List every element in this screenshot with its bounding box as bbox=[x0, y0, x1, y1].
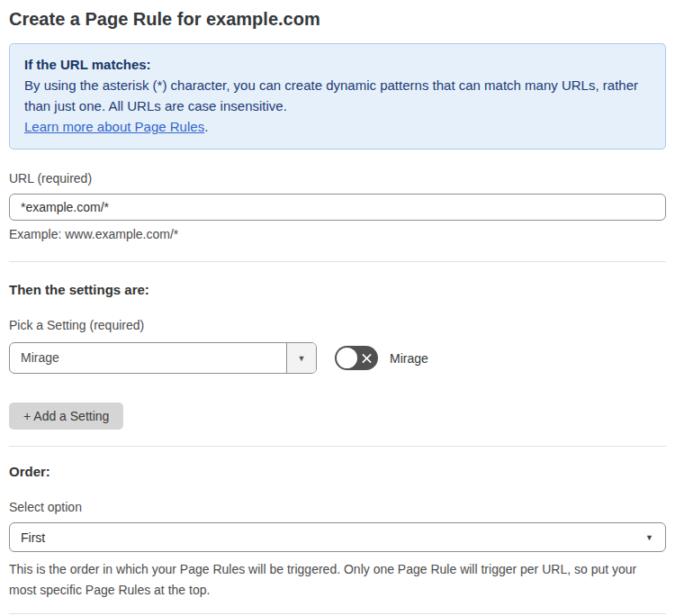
toggle-knob bbox=[337, 348, 357, 368]
info-box-body: By using the asterisk (*) character, you… bbox=[24, 75, 651, 116]
setting-select[interactable]: Mirage ▼ bbox=[9, 342, 317, 374]
setting-select-dropdown-button[interactable]: ▼ bbox=[286, 343, 316, 373]
setting-row: Mirage ▼ Mirage bbox=[9, 342, 666, 374]
setting-select-value: Mirage bbox=[10, 343, 286, 373]
setting-picker-label: Pick a Setting (required) bbox=[9, 318, 666, 333]
toggle-label: Mirage bbox=[390, 351, 428, 366]
url-input[interactable] bbox=[9, 194, 666, 221]
divider bbox=[9, 261, 666, 262]
order-section-heading: Order: bbox=[9, 463, 666, 480]
order-help-text: This is the order in which your Page Rul… bbox=[9, 559, 666, 601]
add-setting-button[interactable]: + Add a Setting bbox=[9, 403, 123, 430]
chevron-down-icon: ▼ bbox=[645, 533, 665, 542]
url-match-info-box: If the URL matches: By using the asteris… bbox=[9, 43, 666, 149]
info-box-link-line: Learn more about Page Rules. bbox=[24, 116, 651, 137]
link-period: . bbox=[204, 119, 208, 134]
divider bbox=[9, 613, 666, 614]
learn-more-link[interactable]: Learn more about Page Rules bbox=[24, 119, 204, 134]
url-field-label: URL (required) bbox=[9, 171, 666, 186]
order-select-label: Select option bbox=[9, 500, 666, 515]
order-select-value: First bbox=[10, 530, 645, 545]
page-title: Create a Page Rule for example.com bbox=[9, 7, 666, 31]
url-example-text: Example: www.example.com/* bbox=[9, 227, 666, 242]
chevron-down-icon: ▼ bbox=[298, 354, 306, 363]
page-rule-form: Create a Page Rule for example.com If th… bbox=[0, 7, 675, 616]
x-icon bbox=[362, 353, 372, 363]
settings-section-heading: Then the settings are: bbox=[9, 281, 666, 298]
info-box-heading: If the URL matches: bbox=[24, 54, 651, 75]
order-select[interactable]: First ▼ bbox=[9, 522, 666, 552]
mirage-toggle[interactable] bbox=[335, 346, 378, 370]
divider bbox=[9, 446, 666, 447]
